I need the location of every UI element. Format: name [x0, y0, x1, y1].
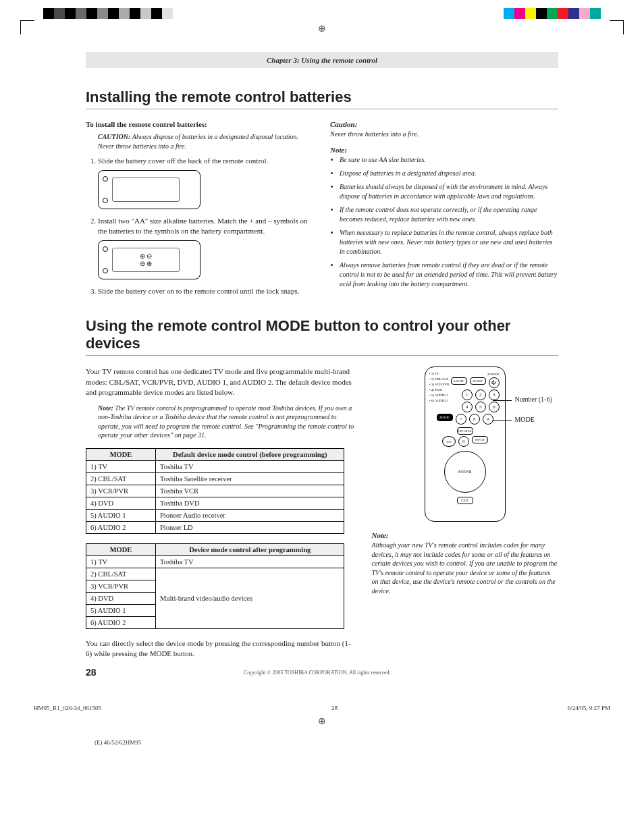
hundred-button: 100	[442, 436, 456, 447]
chapter-header: Chapter 3: Using the remote control	[86, 52, 558, 68]
caution-head: Caution:	[330, 120, 558, 128]
num-9: 9	[483, 414, 493, 425]
light-button: LIGHT	[451, 377, 467, 385]
note-item: Always remove batteries from remote cont…	[340, 261, 558, 289]
mode-note: Note: The TV remote control is preprogra…	[98, 404, 355, 440]
print-metadata: HM95_R1_026-34_061505 28 6/24/05, 9:27 P…	[34, 705, 610, 711]
table-row: 3) VCR/PVRToshiba VCR	[86, 485, 344, 497]
num-1: 1	[462, 389, 473, 400]
mode-intro: Your TV remote control has one dedicated…	[86, 367, 355, 398]
table-row: 4) DVDToshiba DVD	[86, 497, 344, 509]
printer-color-bar	[0, 8, 644, 19]
note-item: If the remote control does not operate c…	[340, 205, 558, 224]
table-row: 1) TVToshiba TV	[86, 460, 344, 472]
battery-install-diagram-2: ⊕ ⊖⊖ ⊕	[98, 240, 200, 279]
num-8: 8	[469, 414, 480, 425]
step-1: Slide the battery cover off the back of …	[98, 156, 314, 166]
caution-body: Never throw batteries into a fire.	[330, 130, 558, 139]
model-reference: (E) 46/52/62HM95	[95, 739, 644, 746]
mode-button: MODE	[437, 414, 453, 421]
mode-table-before: MODEDefault device mode control (before …	[86, 448, 344, 534]
install-steps: Slide the battery cover off the back of …	[86, 156, 314, 166]
crop-mark	[610, 20, 624, 34]
num-0: 0	[458, 436, 469, 447]
mode-table-after: MODEDevice mode control after programmin…	[86, 543, 344, 629]
registration-mark-top: ⊕	[0, 23, 644, 34]
meta-page: 28	[331, 705, 338, 711]
meta-date: 6/24/05, 9:27 PM	[568, 705, 610, 711]
table-row: 5) AUDIO 1Pioneer Audio receiver	[86, 509, 344, 521]
table-row: 6) AUDIO 2Pioneer LD	[86, 521, 344, 533]
callout-mode: MODE	[493, 416, 552, 424]
battery-cover-diagram-1	[98, 170, 200, 209]
copyright: Copyright © 2005 TOSHIBA CORPORATION. Al…	[244, 670, 391, 676]
note-item: Be sure to use AA size batteries.	[340, 155, 558, 165]
input-button: INPUT	[472, 436, 488, 443]
caution-inline: CAUTION: Always dispose of batteries in …	[98, 132, 314, 151]
callout-number: Number (1-6)	[493, 396, 552, 404]
section-title-installing: Installing the remote control batteries	[86, 88, 558, 106]
mode-closing: You can directly select the device mode …	[86, 639, 355, 659]
install-subhead: To install the remote control batteries:	[86, 120, 314, 128]
num-7: 7	[456, 414, 466, 425]
section-title-mode: Using the remote control MODE button to …	[86, 317, 558, 352]
crop-mark	[20, 20, 34, 34]
note-head: Note:	[330, 146, 558, 154]
note-item: Dispose of batteries in a designated dis…	[340, 169, 558, 178]
meta-filename: HM95_R1_026-34_061505	[34, 705, 101, 711]
registration-mark-bottom: ⊕	[0, 715, 644, 727]
note-item: When necessary to replace batteries in t…	[340, 228, 558, 256]
remote-control-figure: 1) TV2) CBL/SAT3) VCR/PVR4) DVD5) AUDIO …	[425, 367, 506, 522]
exit-button: EXIT	[457, 497, 473, 504]
page-number: 28	[86, 667, 97, 678]
sleep-button: SLEEP	[470, 377, 486, 385]
step-3: Slide the battery cover on to the remote…	[98, 286, 314, 296]
step-2: Install two "AA" size alkaline batteries…	[98, 216, 314, 236]
table-row: 1) TVToshiba TV	[86, 555, 344, 568]
num-4: 4	[462, 402, 473, 412]
remote-note-body: Although your new TV's remote control in…	[371, 541, 558, 595]
num-5: 5	[475, 402, 486, 412]
note-item: Batteries should always be disposed of w…	[340, 182, 558, 201]
dpad: ENTER	[444, 451, 486, 493]
table-row: 2) CBL/SATMulti-brand video/audio device…	[86, 568, 344, 580]
power-button: ⏻	[489, 377, 500, 388]
picsize-button: PIC SIZE	[457, 427, 473, 435]
table-row: 2) CBL/SATToshiba Satellite receiver	[86, 472, 344, 485]
notes-list: Be sure to use AA size batteries.Dispose…	[330, 155, 558, 289]
remote-note-head: Note:	[371, 531, 558, 539]
num-2: 2	[475, 389, 486, 400]
